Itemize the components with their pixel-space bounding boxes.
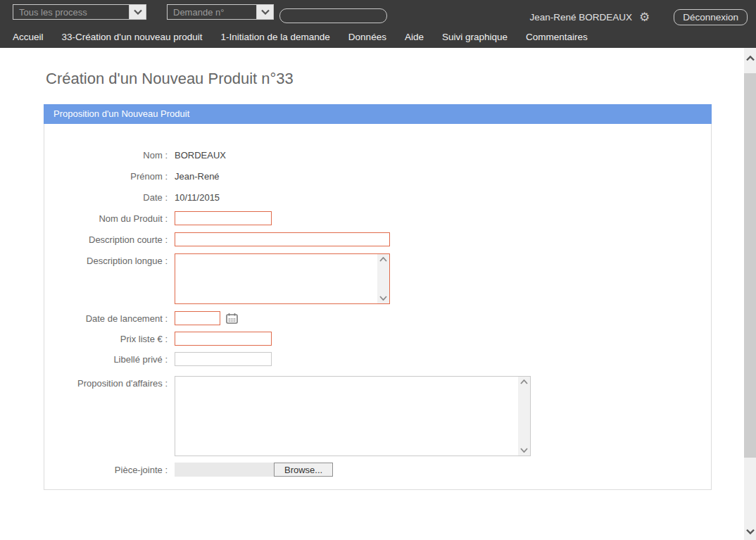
prix-liste-input[interactable]: [175, 332, 272, 346]
demande-number-select[interactable]: Demande n°: [167, 4, 274, 20]
chevron-down-icon[interactable]: [379, 296, 387, 301]
nom-produit-label: Nom du Produit :: [44, 211, 168, 224]
demande-number-selected-value: Demande n°: [168, 7, 256, 18]
chevron-up-icon[interactable]: [520, 379, 528, 384]
proposition-affaires-label: Proposition d'affaires :: [44, 376, 168, 389]
chevron-up-icon[interactable]: [379, 257, 387, 262]
page-title: Création d'un Nouveau Produit n°33: [46, 70, 294, 88]
description-longue-textarea[interactable]: [175, 253, 390, 304]
logged-in-user-name: Jean-René BORDEAUX: [529, 12, 632, 23]
libelle-prive-label: Libellé privé :: [44, 352, 168, 365]
chevron-down-icon: [256, 5, 273, 19]
browse-button[interactable]: Browse...: [274, 463, 333, 477]
nom-produit-input[interactable]: [175, 211, 272, 225]
nav-item-initiation-demande[interactable]: 1-Initiation de la demande: [221, 32, 330, 42]
field-row-description-courte: Description courte :: [44, 232, 711, 246]
nav-item-creation-nouveau-produit[interactable]: 33-Création d'un nouveau produit: [62, 32, 203, 42]
field-row-proposition-affaires: Proposition d'affaires :: [44, 376, 711, 456]
description-longue-textarea-field[interactable]: [175, 254, 377, 303]
calendar-icon[interactable]: [226, 313, 238, 324]
date-label: Date :: [44, 190, 168, 203]
search-input[interactable]: [279, 8, 387, 23]
field-row-piece-jointe: Pièce-jointe : Browse...: [44, 463, 711, 477]
field-row-date-lancement: Date de lancement :: [44, 311, 711, 325]
date-lancement-label: Date de lancement :: [44, 311, 168, 324]
field-row-nom: Nom : BORDEAUX: [44, 148, 711, 162]
header-controls-row: Tous les process Demande n° Jean-René BO…: [0, 4, 756, 21]
description-courte-label: Description courte :: [44, 232, 168, 245]
scrollbar-thumb[interactable]: [744, 73, 756, 458]
nav-item-donnees[interactable]: Données: [348, 32, 386, 42]
nom-value: BORDEAUX: [175, 148, 226, 161]
libelle-prive-input[interactable]: [175, 352, 272, 366]
panel-body: Nom : BORDEAUX Prénom : Jean-René Date :…: [44, 124, 712, 490]
field-row-prenom: Prénom : Jean-René: [44, 169, 711, 183]
field-row-description-longue: Description longue :: [44, 253, 711, 304]
nav-item-suivi-graphique[interactable]: Suivi graphique: [442, 32, 508, 42]
proposition-affaires-textarea-field[interactable]: [175, 377, 518, 456]
nav-item-commentaires[interactable]: Commentaires: [526, 32, 588, 42]
gear-icon[interactable]: ⚙: [639, 11, 650, 23]
header-right-group: Jean-René BORDEAUX ⚙ Déconnexion: [529, 8, 748, 25]
main-content: Création d'un Nouveau Produit n°33 Propo…: [0, 48, 744, 540]
page-scrollbar[interactable]: [744, 48, 756, 540]
description-courte-input[interactable]: [175, 232, 390, 246]
field-row-prix-liste: Prix liste € :: [44, 332, 711, 346]
piece-jointe-label: Pièce-jointe :: [44, 463, 168, 475]
file-name-field[interactable]: [175, 463, 274, 477]
prix-liste-label: Prix liste € :: [44, 332, 168, 344]
nav-item-accueil[interactable]: Accueil: [13, 32, 44, 42]
scrollbar-down-arrow[interactable]: [744, 525, 756, 537]
textarea-scrollbar[interactable]: [518, 377, 530, 456]
description-longue-label: Description longue :: [44, 253, 168, 266]
textarea-scrollbar[interactable]: [377, 254, 389, 303]
prenom-label: Prénom :: [44, 169, 168, 182]
process-filter-select[interactable]: Tous les process: [13, 4, 146, 20]
field-row-nom-produit: Nom du Produit :: [44, 211, 711, 225]
field-row-libelle-prive: Libellé privé :: [44, 352, 711, 366]
panel-title: Proposition d'un Nouveau Produit: [44, 104, 712, 124]
top-header-bar: Tous les process Demande n° Jean-René BO…: [0, 0, 756, 48]
new-product-proposal-panel: Proposition d'un Nouveau Produit Nom : B…: [44, 104, 712, 490]
nom-label: Nom :: [44, 148, 168, 161]
chevron-down-icon: [129, 5, 146, 19]
proposition-affaires-textarea[interactable]: [175, 376, 531, 456]
main-navigation: Accueil 33-Création d'un nouveau produit…: [0, 27, 756, 46]
nav-item-aide[interactable]: Aide: [405, 32, 424, 42]
chevron-down-icon[interactable]: [520, 448, 528, 453]
logout-button[interactable]: Déconnexion: [674, 9, 748, 25]
date-value: 10/11/2015: [175, 190, 220, 203]
date-lancement-group: [168, 311, 238, 325]
process-filter-selected-value: Tous les process: [13, 7, 129, 18]
field-row-date: Date : 10/11/2015: [44, 190, 711, 204]
prenom-value: Jean-René: [175, 169, 220, 182]
date-lancement-input[interactable]: [175, 311, 220, 325]
file-input[interactable]: Browse...: [175, 463, 333, 477]
scrollbar-up-arrow[interactable]: [744, 52, 756, 64]
